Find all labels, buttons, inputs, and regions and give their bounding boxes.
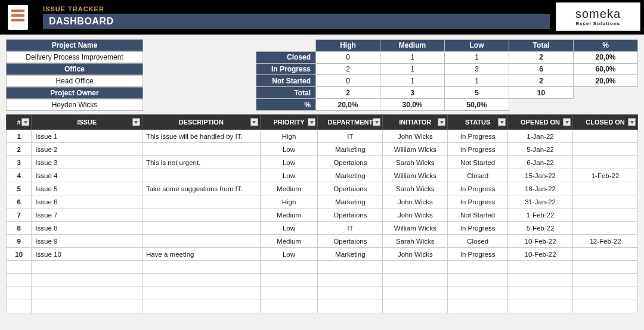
cell[interactable] <box>448 300 508 313</box>
cell[interactable]: Issue 7 <box>32 208 143 222</box>
table-row[interactable]: 10Issue 10Have a meetingLowMarketingJohn… <box>7 248 638 261</box>
column-header[interactable]: INITIATOR <box>383 115 448 130</box>
table-row[interactable]: 8Issue 8LowITWilliam WicksIn Progress5-F… <box>7 222 638 235</box>
cell[interactable] <box>318 261 383 274</box>
cell[interactable] <box>142 261 260 274</box>
cell[interactable]: In Progress <box>448 195 508 208</box>
cell[interactable]: 31-Jan-22 <box>508 195 573 208</box>
cell[interactable]: 7 <box>7 208 32 222</box>
cell[interactable]: Low <box>260 143 318 156</box>
cell[interactable]: John Wicks <box>383 248 448 261</box>
cell[interactable] <box>573 130 638 143</box>
cell[interactable]: Marketing <box>318 248 383 261</box>
cell[interactable] <box>508 287 573 300</box>
cell[interactable] <box>142 287 260 300</box>
cell[interactable]: William Wicks <box>383 143 448 156</box>
cell[interactable]: High <box>260 130 318 143</box>
cell[interactable]: In Progress <box>448 248 508 261</box>
cell[interactable]: Issue 5 <box>32 182 143 195</box>
cell[interactable] <box>573 248 638 261</box>
cell[interactable] <box>573 195 638 208</box>
cell[interactable] <box>260 300 318 313</box>
cell[interactable]: 10-Feb-22 <box>508 235 573 248</box>
filter-dropdown-icon[interactable] <box>563 119 571 126</box>
cell[interactable]: Not Started <box>448 156 508 169</box>
filter-dropdown-icon[interactable] <box>132 119 140 126</box>
cell[interactable]: Low <box>260 156 318 169</box>
cell[interactable]: Medium <box>260 208 318 222</box>
cell[interactable]: 1-Feb-22 <box>573 169 638 182</box>
cell[interactable]: Issue 4 <box>32 169 143 182</box>
cell[interactable] <box>573 222 638 235</box>
cell[interactable]: IT <box>318 130 383 143</box>
cell[interactable]: In Progress <box>448 222 508 235</box>
cell[interactable]: 16-Jan-22 <box>508 182 573 195</box>
cell[interactable] <box>508 274 573 287</box>
cell[interactable]: 4 <box>7 169 32 182</box>
cell[interactable] <box>7 287 32 300</box>
table-row[interactable]: 1Issue 1This issue will be handled by IT… <box>7 130 638 143</box>
filter-dropdown-icon[interactable] <box>250 119 258 126</box>
cell[interactable] <box>573 143 638 156</box>
cell[interactable]: This is not urgent. <box>142 156 260 169</box>
cell[interactable]: Issue 6 <box>32 195 143 208</box>
cell[interactable]: William Wicks <box>383 222 448 235</box>
cell[interactable]: Issue 3 <box>32 156 143 169</box>
cell[interactable]: 1-Jan-22 <box>508 130 573 143</box>
cell[interactable] <box>448 274 508 287</box>
cell[interactable] <box>32 274 143 287</box>
cell[interactable] <box>32 287 143 300</box>
cell[interactable]: Issue 9 <box>32 235 143 248</box>
cell[interactable] <box>448 287 508 300</box>
cell[interactable] <box>573 156 638 169</box>
cell[interactable]: John Wicks <box>383 130 448 143</box>
cell[interactable]: 2 <box>7 143 32 156</box>
cell[interactable]: Closed <box>448 235 508 248</box>
cell[interactable] <box>573 287 638 300</box>
cell[interactable]: 15-Jan-22 <box>508 169 573 182</box>
column-header[interactable]: DEPARTMENT <box>318 115 383 130</box>
table-row[interactable]: 2Issue 2LowMarketingWilliam WicksIn Prog… <box>7 143 638 156</box>
cell[interactable]: John Wicks <box>383 195 448 208</box>
cell[interactable]: Low <box>260 169 318 182</box>
cell[interactable]: Opertaions <box>318 182 383 195</box>
cell[interactable]: Sarah Wicks <box>383 182 448 195</box>
filter-dropdown-icon[interactable] <box>308 119 315 126</box>
cell[interactable] <box>142 208 260 222</box>
cell[interactable]: 1-Feb-22 <box>508 208 573 222</box>
cell[interactable] <box>383 261 448 274</box>
cell[interactable]: This issue will be handled by IT. <box>142 130 260 143</box>
column-header[interactable]: # <box>7 115 32 130</box>
cell[interactable] <box>32 300 143 313</box>
cell[interactable] <box>383 274 448 287</box>
filter-dropdown-icon[interactable] <box>628 119 636 126</box>
cell[interactable]: Issue 2 <box>32 143 143 156</box>
cell[interactable] <box>318 274 383 287</box>
cell[interactable]: IT <box>318 222 383 235</box>
cell[interactable]: 6 <box>7 195 32 208</box>
table-row[interactable]: 4Issue 4LowMarketingWilliam WicksClosed1… <box>7 169 638 182</box>
cell[interactable]: Marketing <box>318 195 383 208</box>
cell[interactable] <box>7 300 32 313</box>
cell[interactable]: 10 <box>7 248 32 261</box>
cell[interactable]: Opertaions <box>318 156 383 169</box>
cell[interactable] <box>260 287 318 300</box>
cell[interactable] <box>260 274 318 287</box>
project-name-value[interactable]: Delivery Process Improvement <box>6 51 143 63</box>
cell[interactable]: 5-Jan-22 <box>508 143 573 156</box>
cell[interactable] <box>573 274 638 287</box>
cell[interactable] <box>260 261 318 274</box>
cell[interactable]: Low <box>260 248 318 261</box>
cell[interactable] <box>142 169 260 182</box>
cell[interactable]: Issue 8 <box>32 222 143 235</box>
column-header[interactable]: OPENED ON <box>508 115 573 130</box>
table-row[interactable]: 3Issue 3This is not urgent.LowOpertaions… <box>7 156 638 169</box>
cell[interactable]: High <box>260 195 318 208</box>
cell[interactable] <box>318 300 383 313</box>
cell[interactable] <box>573 261 638 274</box>
cell[interactable] <box>318 287 383 300</box>
column-header[interactable]: CLOSED ON <box>573 115 638 130</box>
cell[interactable]: 8 <box>7 222 32 235</box>
cell[interactable]: John Wicks <box>383 208 448 222</box>
cell[interactable] <box>508 300 573 313</box>
